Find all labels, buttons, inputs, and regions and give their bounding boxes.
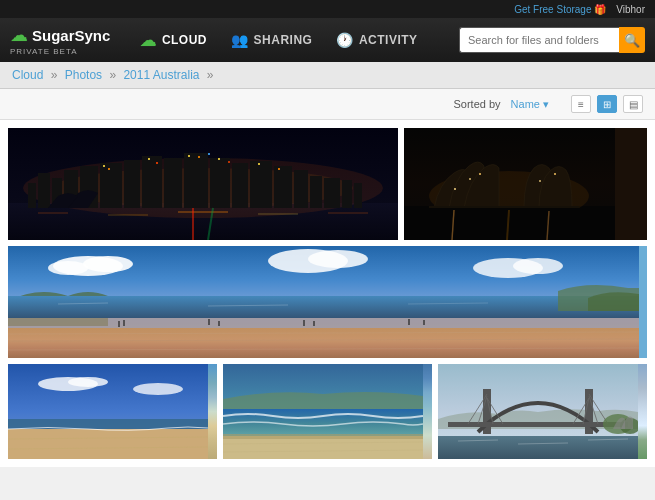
svg-rect-28 (198, 156, 200, 158)
svg-rect-17 (274, 166, 292, 208)
svg-rect-5 (38, 173, 50, 208)
svg-rect-49 (479, 173, 481, 175)
svg-rect-20 (324, 178, 340, 208)
svg-rect-18 (294, 170, 308, 208)
svg-rect-50 (539, 180, 541, 182)
svg-rect-24 (108, 168, 110, 170)
view-detail-button[interactable]: ▤ (623, 95, 643, 113)
svg-rect-12 (164, 158, 182, 208)
photo-harbour-bridge[interactable] (438, 364, 647, 459)
svg-rect-76 (218, 321, 220, 326)
breadcrumb-sep-2: » (109, 68, 119, 82)
svg-rect-91 (223, 436, 423, 459)
photo-grid (0, 120, 655, 467)
svg-rect-64 (8, 296, 639, 318)
svg-rect-16 (250, 161, 272, 208)
photo-beach-blue-sky[interactable] (8, 364, 217, 459)
svg-rect-31 (228, 161, 230, 163)
view-grid-button[interactable]: ⊞ (597, 95, 617, 113)
nav-activity[interactable]: 🕐 ACTIVITY (326, 27, 427, 53)
svg-rect-33 (278, 168, 280, 170)
svg-point-61 (308, 250, 368, 268)
logo-text: SugarSync (32, 28, 110, 43)
photo-beach-waves[interactable] (223, 364, 432, 459)
svg-rect-21 (342, 180, 352, 208)
photo-sydney-night-skyline[interactable] (8, 128, 398, 240)
svg-rect-4 (28, 183, 36, 208)
photo-row-3 (8, 364, 647, 459)
sort-dropdown[interactable]: Name ▾ (511, 98, 549, 111)
svg-rect-80 (423, 320, 425, 325)
logo-beta: PRIVATE BETA (10, 47, 78, 56)
svg-rect-29 (208, 153, 210, 155)
users-icon: 👥 (231, 32, 249, 48)
svg-rect-30 (218, 158, 220, 160)
breadcrumb-sep-1: » (51, 68, 61, 82)
svg-rect-27 (188, 155, 190, 157)
svg-rect-51 (554, 173, 556, 175)
breadcrumb-bar: Cloud » Photos » 2011 Australia » (0, 62, 655, 89)
svg-rect-79 (408, 319, 410, 325)
photo-beach-panoramic[interactable] (8, 246, 647, 358)
top-bar: Get Free Storage 🎁 Vibhor (0, 0, 655, 18)
svg-rect-15 (232, 163, 248, 208)
breadcrumb-cloud[interactable]: Cloud (12, 68, 43, 82)
svg-rect-92 (223, 434, 423, 439)
header: ☁ SugarSync PRIVATE BETA ☁ CLOUD 👥 SHARI… (0, 18, 655, 62)
photo-opera-house-night[interactable] (404, 128, 647, 240)
toolbar: Sorted by Name ▾ ≡ ⊞ ▤ (0, 89, 655, 120)
cloud-icon: ☁ (140, 31, 157, 50)
photo-row-2 (8, 246, 647, 358)
svg-rect-11 (142, 156, 162, 208)
username[interactable]: Vibhor (616, 4, 645, 15)
view-list-button[interactable]: ≡ (571, 95, 591, 113)
nav-cloud-label: CLOUD (162, 33, 207, 47)
svg-rect-13 (184, 153, 208, 208)
nav-cloud[interactable]: ☁ CLOUD (130, 26, 217, 55)
free-storage-link[interactable]: Get Free Storage 🎁 (514, 4, 606, 15)
svg-rect-22 (354, 183, 362, 208)
svg-rect-78 (313, 321, 315, 326)
svg-rect-25 (148, 158, 150, 160)
breadcrumb-australia[interactable]: 2011 Australia (123, 68, 199, 82)
nav-activity-label: ACTIVITY (359, 33, 418, 47)
free-storage-text: Get Free Storage (514, 4, 591, 15)
nav: ☁ CLOUD 👥 SHARING 🕐 ACTIVITY (130, 26, 459, 55)
logo-area: ☁ SugarSync PRIVATE BETA (10, 24, 110, 56)
svg-point-58 (83, 256, 133, 272)
svg-rect-98 (448, 422, 628, 427)
svg-point-63 (513, 258, 563, 274)
svg-rect-32 (258, 163, 260, 165)
svg-rect-26 (156, 162, 158, 164)
gift-icon: 🎁 (594, 4, 606, 15)
nav-sharing[interactable]: 👥 SHARING (221, 27, 322, 53)
svg-rect-74 (123, 320, 125, 326)
svg-rect-86 (8, 429, 208, 459)
svg-rect-48 (469, 178, 471, 180)
svg-rect-75 (208, 319, 210, 325)
svg-rect-10 (124, 160, 140, 208)
search-area: 🔍 (459, 27, 645, 53)
chevron-down-icon: ▾ (543, 98, 549, 110)
nav-sharing-label: SHARING (254, 33, 313, 47)
svg-rect-9 (100, 163, 122, 208)
svg-rect-73 (118, 321, 120, 327)
svg-rect-77 (303, 320, 305, 326)
search-input[interactable] (459, 27, 619, 53)
breadcrumb-sep-3: » (207, 68, 214, 82)
svg-point-84 (133, 383, 183, 395)
search-button[interactable]: 🔍 (619, 27, 645, 53)
logo-icon: ☁ (10, 24, 28, 46)
photo-row-1 (8, 128, 647, 240)
sort-prefix: Sorted by (454, 98, 501, 110)
breadcrumb-photos[interactable]: Photos (65, 68, 102, 82)
svg-point-83 (68, 377, 108, 387)
svg-rect-23 (103, 165, 105, 167)
svg-rect-47 (454, 188, 456, 190)
svg-point-59 (48, 261, 88, 275)
svg-rect-14 (210, 158, 230, 208)
svg-rect-19 (310, 176, 322, 208)
clock-icon: 🕐 (336, 32, 354, 48)
